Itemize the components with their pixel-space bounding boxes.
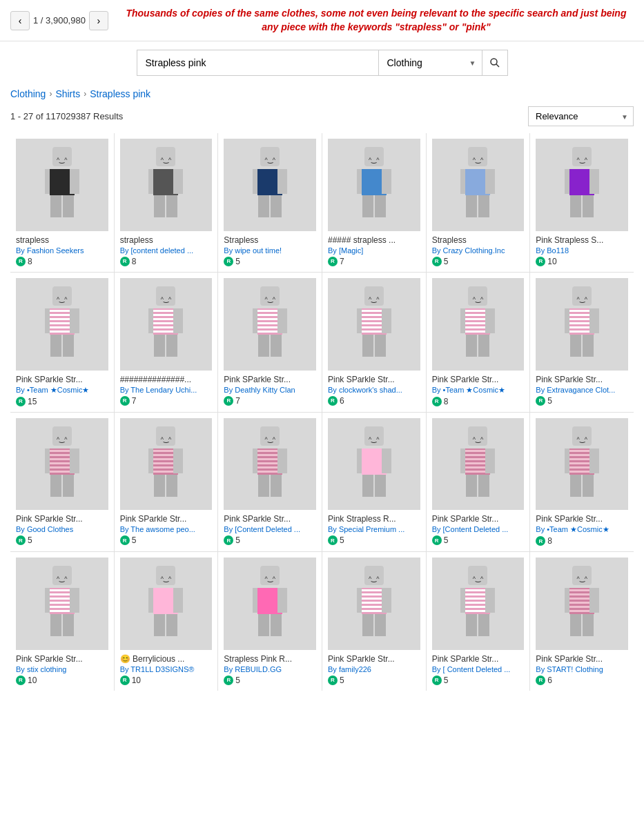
robux-icon: R [328,396,338,406]
robux-icon: R [16,257,26,266]
char-head: ^‿^ [52,147,72,166]
search-icon [489,57,500,68]
robux-icon: R [432,257,442,266]
item-card[interactable]: ^‿^ Pink Strapless S... By Bo118 R 10 [530,133,634,272]
item-creator[interactable]: By Extravagance Clot... [536,386,628,394]
item-card[interactable]: ^‿^ ##############... By The Lendary Uch… [115,273,218,412]
item-creator[interactable]: By Crazy Clothing.Inc [432,246,525,255]
item-price: R 7 [224,396,316,406]
price-value: 8 [547,536,552,546]
item-card[interactable]: ^‿^ strapless By Fashion Seekers R 8 [10,133,114,272]
item-creator[interactable]: By •Team ★Cosmic★ [16,386,108,395]
item-creator[interactable]: By [Content Deleted ... [224,525,316,533]
item-card[interactable]: ^‿^ Strapless By Crazy Clothing.Inc R 5 [427,133,530,272]
char-arm-right [589,588,599,613]
robux-icon: R [536,536,545,546]
item-creator[interactable]: By The Lendary Uchi... [120,386,213,394]
item-creator[interactable]: By Deathly Kitty Clan [224,386,316,394]
search-input[interactable] [137,50,378,76]
next-page-button[interactable]: › [89,11,108,30]
item-creator[interactable]: By •Team ★Cosmic★ [432,386,525,395]
item-card[interactable]: ^‿^ Pink SParkle Str... By clockwork's s… [322,273,426,412]
item-creator[interactable]: By [content deleted ... [120,246,213,255]
price-value: 7 [235,396,240,406]
item-creator[interactable]: By •Team ★Cosmic★ [536,525,628,534]
item-price: R 6 [536,676,628,685]
item-card[interactable]: ^‿^ Pink SParkle Str... By stix clothing… [10,552,114,691]
breadcrumb-shirts[interactable]: Shirts [55,88,80,99]
item-creator[interactable]: By wipe out time! [224,246,316,255]
item-creator[interactable]: By Good Clothes [16,525,108,533]
roblox-character: ^‿^ [231,425,309,504]
roblox-character: ^‿^ [23,425,101,504]
item-creator[interactable]: By family226 [328,665,420,673]
item-thumbnail: ^‿^ [328,278,420,371]
char-leg-right [375,475,386,497]
item-card[interactable]: ^‿^ Pink SParkle Str... By [Content Dele… [218,413,322,552]
search-button[interactable] [482,50,508,76]
item-card[interactable]: ^‿^ Pink SParkle Str... By •Team ★Cosmic… [427,273,530,412]
item-card[interactable]: ^‿^ 😊 Berrylicious ... By TR1LL D3SIGNS®… [115,552,218,691]
roblox-character: ^‿^ [231,564,309,643]
sort-select[interactable]: Relevance Most Favorited Best Selling Re… [528,106,634,126]
item-card[interactable]: ^‿^ ##### strapless ... By [Magic] R 7 [322,133,426,272]
item-creator[interactable]: By Bo118 [536,246,628,255]
item-price: R 8 [120,257,213,266]
item-creator[interactable]: By The awsome peo... [120,525,213,533]
item-card[interactable]: ^‿^ Pink Strapless R... By Special Premi… [322,413,426,552]
item-creator[interactable]: By [Content Deleted ... [432,525,525,533]
char-leg-left [466,475,477,497]
item-price: R 5 [224,676,316,685]
price-value: 10 [547,257,556,266]
item-card[interactable]: ^‿^ Pink SParkle Str... By Good Clothes … [10,413,114,552]
item-creator[interactable]: By Special Premium ... [328,525,420,533]
robux-icon: R [224,535,233,545]
item-card[interactable]: ^‿^ Pink SParkle Str... By START! Clothi… [530,552,634,691]
price-value: 5 [340,676,344,685]
item-card[interactable]: ^‿^ Pink SParkle Str... By •Team ★Cosmic… [530,413,634,552]
char-leg-left [362,475,373,497]
item-card[interactable]: ^‿^ Pink SParkle Str... By [Content Dele… [427,413,530,552]
item-card[interactable]: ^‿^ Pink SParkle Str... By The awsome pe… [115,413,218,552]
item-card[interactable]: ^‿^ strapless By [content deleted ... R … [115,133,218,272]
item-creator[interactable]: By START! Clothing [536,665,628,673]
item-thumbnail: ^‿^ [432,139,525,231]
item-creator[interactable]: By TR1LL D3SIGNS® [120,665,213,673]
item-creator[interactable]: By [Magic] [328,246,420,255]
price-value: 5 [340,535,344,545]
item-thumbnail: ^‿^ [224,418,316,511]
item-price: R 5 [224,257,316,266]
item-card[interactable]: ^‿^ Strapless Pink R... By REBUILD.GG R … [218,552,322,691]
char-leg-left [466,614,477,636]
item-card[interactable]: ^‿^ Pink SParkle Str... By Deathly Kitty… [218,273,322,412]
price-value: 5 [132,535,137,545]
breadcrumb-strapless-pink[interactable]: Strapless pink [90,88,150,99]
item-card[interactable]: ^‿^ Pink SParkle Str... By family226 R 5 [322,552,426,691]
char-leg-left [570,335,581,357]
item-creator[interactable]: By Fashion Seekers [16,246,108,255]
item-thumbnail: ^‿^ [120,558,213,650]
item-price: R 5 [224,535,316,545]
item-card[interactable]: ^‿^ Strapless By wipe out time! R 5 [218,133,322,272]
item-price: R 5 [328,535,420,545]
item-creator[interactable]: By stix clothing [16,665,108,673]
item-creator[interactable]: By clockwork's shad... [328,386,420,394]
char-leg-left [258,195,269,217]
char-arm-right [277,448,287,473]
char-leg-right [271,335,282,357]
item-card[interactable]: ^‿^ Pink SParkle Str... By [ Content Del… [427,552,530,691]
item-card[interactable]: ^‿^ Pink SParkle Str... By Extravagance … [530,273,634,412]
char-face: ^‿^ [473,436,483,443]
prev-page-button[interactable]: ‹ [10,11,30,30]
item-creator[interactable]: By [ Content Deleted ... [432,665,525,673]
item-card[interactable]: ^‿^ Pink SParkle Str... By •Team ★Cosmic… [10,273,114,412]
item-creator[interactable]: By REBUILD.GG [224,665,316,673]
category-select[interactable]: All Clothing Shirts Pants Accessories [378,50,482,76]
breadcrumb-clothing[interactable]: Clothing [10,88,46,99]
char-face: ^‿^ [264,436,275,443]
price-value: 15 [28,397,37,406]
breadcrumb: Clothing › Shirts › Strapless pink [0,84,644,103]
price-value: 5 [444,257,449,266]
search-bar: All Clothing Shirts Pants Accessories [0,41,644,84]
char-head: ^‿^ [52,566,72,585]
